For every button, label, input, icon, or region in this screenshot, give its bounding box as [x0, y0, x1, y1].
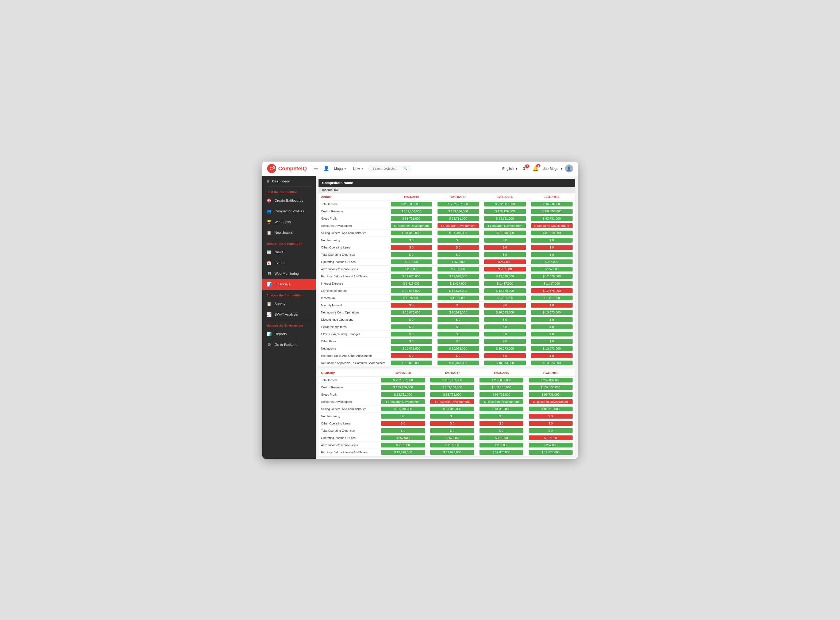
- quarterly-table-section: Quarterly 12/31/2018 12/31/2017 12/31/20…: [319, 369, 575, 456]
- sidebar-item-newsletters[interactable]: 📋 Newsletters: [262, 227, 316, 238]
- table-row: Net Income$ 10,073,000$ 10,073,000$ 10,0…: [319, 345, 575, 352]
- row-cell: $ 10,073,000: [482, 359, 529, 366]
- user-nav-icon[interactable]: 👤: [323, 166, 329, 172]
- table-row: Cost of Revenue$ 139,156,000$ 139,156,00…: [319, 384, 575, 391]
- user-menu-button[interactable]: Joe Blogs ▼ 👤: [543, 164, 573, 173]
- notification-badge: 2: [536, 164, 541, 167]
- col-header-label: Annual: [319, 193, 388, 201]
- new-menu-button[interactable]: New ▼: [352, 166, 365, 172]
- row-cell: $ 0: [435, 323, 482, 330]
- survey-icon: 📋: [267, 301, 272, 307]
- row-label: Other Operating Items: [319, 420, 379, 427]
- table-subheader: Income Tax: [319, 187, 575, 193]
- row-cell: $ 257 000: [477, 441, 526, 448]
- row-cell: $ 0: [477, 420, 526, 427]
- row-cell: $ 139,156,000: [388, 208, 435, 215]
- row-cell: $ 81,310,000: [477, 405, 526, 412]
- row-cell: $ 139,156,000: [435, 208, 482, 215]
- sidebar-item-events[interactable]: 📅 Events: [262, 257, 316, 268]
- row-cell: $ 0: [428, 420, 477, 427]
- row-cell: $ 12,678,000: [482, 272, 529, 280]
- sidebar-item-reports[interactable]: 📊 Reports: [262, 329, 316, 339]
- row-label: Operating Income Or Loss: [319, 258, 388, 265]
- row-cell: $ 0: [482, 316, 529, 323]
- sidebar-item-win-loss[interactable]: 🏆 Win / Loss: [262, 217, 316, 227]
- row-cell: $ 0: [482, 301, 529, 308]
- col-header-2015-annual: 12/31/2015: [529, 193, 575, 201]
- language-button[interactable]: English ▼: [502, 167, 518, 171]
- row-cell: $ 81,310,000: [529, 229, 575, 236]
- row-cell: $ 0: [388, 244, 435, 251]
- row-cell: $ Research Development: [388, 222, 435, 229]
- sidebar-item-backend[interactable]: ⚙ Go to Backend: [262, 339, 316, 350]
- mega-menu-button[interactable]: Mega ▼: [332, 166, 348, 172]
- row-cell: $257,000: [435, 258, 482, 265]
- sidebar-item-financials[interactable]: 📊 Financials: [262, 279, 316, 290]
- logo-text: CompeteIQ: [278, 166, 307, 172]
- hamburger-icon[interactable]: ☰: [314, 166, 318, 172]
- row-cell: $ 0: [435, 251, 482, 258]
- row-cell: $ 93,731,000: [477, 391, 526, 398]
- table-row: Cost of Revenue$ 139,156,000$ 139,156,00…: [319, 208, 575, 215]
- table-row: Non Recurring$ 0$ 0$ 0$ 0: [319, 236, 575, 244]
- table-row: Total Income$ 232,887,000$ 232,887,000$ …: [319, 200, 575, 208]
- cart-button[interactable]: 🛍 5: [523, 166, 528, 172]
- row-cell: $ 0: [529, 323, 575, 330]
- row-cell: $ 0: [435, 330, 482, 337]
- row-cell: $ 10,073,000: [529, 345, 575, 352]
- row-label: Other Items: [319, 337, 388, 345]
- sidebar-item-competitor-profiles[interactable]: 👥 Competitor Profiles: [262, 206, 316, 217]
- row-cell: $257,000: [482, 258, 529, 265]
- row-cell: $ 0: [428, 412, 477, 420]
- row-label: Selling General And Administrative: [319, 405, 379, 412]
- row-label: Add'l Income/expense Items: [319, 441, 379, 448]
- section-label-beat: Beat the Competition: [262, 187, 316, 195]
- row-cell: $ 0: [529, 316, 575, 323]
- row-cell: $ 1,417,000: [435, 280, 482, 287]
- row-cell: $ 93,731,000: [428, 391, 477, 398]
- row-cell: $ 93,731,000: [379, 391, 428, 398]
- row-cell: $ 139,156,000: [526, 384, 575, 391]
- row-cell: $ 12,678,000: [388, 287, 435, 294]
- table-row: Extraordinary Items$ 0$ 0$ 0$ 0: [319, 323, 575, 330]
- row-cell: $257,000: [379, 434, 428, 441]
- notification-button[interactable]: 🔔 2: [532, 165, 539, 172]
- row-label: Gross Profit: [319, 215, 388, 222]
- row-cell: $ 0: [529, 330, 575, 337]
- top-navigation: C CompeteIQ ☰ 👤 Mega ▼ New ▼ 🔍 English ▼: [262, 161, 578, 176]
- row-cell: $ 10,073,000: [529, 308, 575, 316]
- row-cell: $ 257,000: [379, 441, 428, 448]
- newsletters-icon: 📋: [267, 230, 272, 235]
- row-cell: $ 0: [482, 236, 529, 244]
- row-cell: $ 257,000: [388, 265, 435, 272]
- sidebar-item-web-monitoring[interactable]: 🖥 Web Monitoring: [262, 268, 316, 279]
- logo: C CompeteIQ: [267, 164, 307, 173]
- col-header-2018-q: 12/31/2018: [379, 369, 428, 376]
- row-cell: $257,000: [477, 434, 526, 441]
- row-cell: $ 232,887,000: [482, 200, 529, 208]
- sidebar-item-swat[interactable]: 📈 SWAT Analysis: [262, 309, 316, 320]
- row-cell: $ 0: [388, 323, 435, 330]
- row-cell: $ 232,887,000: [379, 376, 428, 384]
- row-cell: $ 0: [435, 352, 482, 359]
- table-row: Operating Income Or Loss$257,000$257,000…: [319, 258, 575, 265]
- sidebar-item-survey[interactable]: 📋 Survey: [262, 298, 316, 309]
- row-cell: $ 0: [477, 427, 526, 434]
- row-cell: $ 93,731,000: [388, 215, 435, 222]
- row-cell: $ 0: [379, 412, 428, 420]
- row-cell: $ 0: [482, 330, 529, 337]
- news-icon: 📰: [267, 250, 272, 255]
- sidebar-item-news[interactable]: 📰 News: [262, 247, 316, 257]
- sidebar-item-battlecards[interactable]: 🎯 Create Battlecards: [262, 195, 316, 206]
- search-input[interactable]: [373, 167, 402, 170]
- table-row: Net Income Applicable To Common Sharehol…: [319, 359, 575, 366]
- row-cell: $ 81,310,000: [388, 229, 435, 236]
- table-row: Discontinued Operations$ 0$ 0$ 0$ 0: [319, 316, 575, 323]
- backend-icon: ⚙: [267, 342, 272, 348]
- section-label-analyze: Analyze the Competition: [262, 290, 316, 298]
- row-cell: $ 1,197,000: [482, 294, 529, 301]
- search-box: 🔍: [368, 165, 411, 172]
- row-label: Earnings Before Interest And Taxes: [319, 272, 388, 280]
- row-cell: $ 0: [388, 251, 435, 258]
- sidebar-item-dashboard[interactable]: ⊞ Dashboard: [262, 176, 316, 187]
